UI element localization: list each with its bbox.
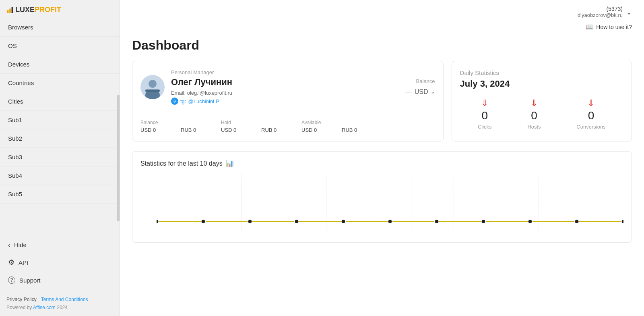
balance-rub-value: RUB 0 bbox=[181, 127, 213, 133]
chart-section: Statistics for the last 10 days 📊 bbox=[132, 151, 632, 243]
avatar-svg bbox=[140, 75, 165, 99]
hold-item-rub: - RUB 0 bbox=[261, 120, 293, 133]
chart-svg bbox=[157, 174, 623, 230]
cards-row: Personal Manager Олег Лучинин Email: ole… bbox=[132, 61, 632, 141]
stat-clicks: ⇓ 0 Clicks bbox=[478, 99, 492, 130]
sidebar-item-sub3[interactable]: Sub3 bbox=[0, 148, 120, 166]
conversions-arrow-icon: ⇓ bbox=[587, 99, 594, 108]
powered-by: Powered by Affise.com 2024 bbox=[6, 305, 113, 310]
hide-button[interactable]: ‹ Hide bbox=[6, 237, 113, 253]
svg-point-8 bbox=[157, 219, 159, 224]
sidebar-nav: Browsers OS Devices Countries Cities Sub… bbox=[0, 18, 120, 233]
balance-currency[interactable]: — USD ⌄ bbox=[383, 87, 435, 96]
hosts-value: 0 bbox=[531, 109, 537, 122]
support-label: Support bbox=[19, 277, 41, 284]
available-rub-value: RUB 0 bbox=[342, 127, 374, 133]
chevron-left-icon: ‹ bbox=[8, 241, 10, 248]
balance-item-rub: - RUB 0 bbox=[181, 120, 213, 133]
terms-link[interactable]: Terms And Conditions bbox=[41, 297, 88, 302]
svg-point-12 bbox=[341, 219, 346, 224]
sidebar-item-devices[interactable]: Devices bbox=[0, 55, 120, 74]
chart-title: Statistics for the last 10 days 📊 bbox=[140, 160, 623, 167]
sidebar-item-cities[interactable]: Cities bbox=[0, 92, 120, 111]
question-icon: ? bbox=[8, 276, 15, 284]
user-id: (5373) bbox=[578, 6, 623, 12]
svg-point-14 bbox=[435, 219, 439, 224]
chevron-down-icon: ⌄ bbox=[626, 8, 632, 17]
daily-stats-card: Daily Statistics July 3, 2024 ⇓ 0 Clicks… bbox=[452, 61, 632, 141]
manager-info: Personal Manager Олег Лучинин Email: ole… bbox=[171, 69, 376, 105]
svg-point-17 bbox=[575, 219, 579, 224]
sidebar-bottom: ‹ Hide ⚙ API ? Support bbox=[0, 233, 120, 293]
user-menu[interactable]: (5373) dlyaobzorov@bk.ru ⌄ bbox=[578, 6, 632, 18]
hide-label: Hide bbox=[14, 241, 27, 248]
svg-point-11 bbox=[295, 219, 299, 224]
sidebar: LUXE PROFIT Browsers OS Devices Countrie… bbox=[0, 0, 120, 316]
sidebar-item-sub5[interactable]: Sub5 bbox=[0, 185, 120, 204]
svg-point-10 bbox=[248, 219, 252, 224]
how-to-use-label: How to use it? bbox=[596, 24, 632, 30]
available-usd-value: USD 0 bbox=[301, 127, 334, 133]
svg-point-15 bbox=[481, 219, 486, 224]
book-icon: 📖 bbox=[586, 23, 594, 31]
sidebar-item-sub1[interactable]: Sub1 bbox=[0, 111, 120, 129]
sidebar-item-countries[interactable]: Countries bbox=[0, 74, 120, 92]
sidebar-item-sub2[interactable]: Sub2 bbox=[0, 129, 120, 148]
main-content: (5373) dlyaobzorov@bk.ru ⌄ 📖 How to use … bbox=[120, 0, 644, 316]
support-item[interactable]: ? Support bbox=[6, 272, 113, 289]
affise-link[interactable]: Affise.com bbox=[33, 305, 56, 310]
logo-icon bbox=[6, 6, 14, 14]
available-item-rub: - RUB 0 bbox=[342, 120, 374, 133]
manager-header: Personal Manager Олег Лучинин Email: ole… bbox=[140, 69, 435, 105]
svg-rect-1 bbox=[9, 8, 11, 13]
conversions-label: Conversions bbox=[576, 124, 605, 130]
balance-usd-value: USD 0 bbox=[140, 127, 173, 133]
sidebar-item-os[interactable]: OS bbox=[0, 37, 120, 55]
tg-handle: @LuchininLP bbox=[188, 98, 219, 104]
logo-profit-text: PROFIT bbox=[35, 6, 61, 14]
user-info: (5373) dlyaobzorov@bk.ru bbox=[578, 6, 623, 18]
page-title-area: Dashboard bbox=[120, 34, 644, 61]
manager-name: Олег Лучинин bbox=[171, 77, 376, 87]
how-to-use-link[interactable]: 📖 How to use it? bbox=[586, 20, 632, 34]
daily-stats-title: Daily Statistics bbox=[460, 69, 623, 76]
svg-point-9 bbox=[201, 219, 206, 224]
clicks-label: Clicks bbox=[478, 124, 492, 130]
manager-tg[interactable]: ✈ tg:@LuchininLP bbox=[171, 98, 376, 105]
page-title: Dashboard bbox=[132, 38, 632, 53]
clicks-arrow-icon: ⇓ bbox=[481, 99, 488, 108]
privacy-link[interactable]: Privacy Policy bbox=[6, 297, 37, 302]
manager-balances: Balance USD 0 - RUB 0 Hold USD 0 - RUB 0 bbox=[140, 113, 435, 133]
balance-section: Balance — USD ⌄ bbox=[383, 78, 435, 96]
tg-prefix: tg: bbox=[180, 98, 186, 104]
chart-icon: 📊 bbox=[226, 160, 234, 167]
conversions-value: 0 bbox=[588, 109, 594, 122]
scrollbar-track[interactable] bbox=[117, 0, 120, 316]
stat-conversions: ⇓ 0 Conversions bbox=[576, 99, 605, 130]
svg-point-13 bbox=[388, 219, 392, 224]
api-item[interactable]: ⚙ API bbox=[6, 253, 113, 272]
user-email: dlyaobzorov@bk.ru bbox=[578, 12, 623, 18]
hosts-label: Hosts bbox=[527, 124, 541, 130]
balance-label: Balance bbox=[383, 78, 435, 84]
telegram-icon: ✈ bbox=[171, 98, 178, 105]
topbar-right: (5373) dlyaobzorov@bk.ru ⌄ 📖 How to use … bbox=[578, 6, 632, 34]
svg-rect-0 bbox=[7, 10, 9, 13]
sidebar-item-sub4[interactable]: Sub4 bbox=[0, 166, 120, 185]
svg-point-16 bbox=[528, 219, 533, 224]
hold-usd-value: USD 0 bbox=[221, 127, 253, 133]
svg-point-4 bbox=[149, 80, 157, 88]
clicks-value: 0 bbox=[482, 109, 488, 122]
currency-usd: USD bbox=[415, 88, 428, 96]
content-area: Personal Manager Олег Лучинин Email: ole… bbox=[120, 61, 644, 255]
balance-item-usd: Balance USD 0 bbox=[140, 120, 173, 133]
sidebar-item-browsers[interactable]: Browsers bbox=[0, 18, 120, 37]
manager-email-value[interactable]: oleg.l@luxeprofit.ru bbox=[187, 90, 232, 96]
svg-point-18 bbox=[621, 219, 623, 224]
gear-icon: ⚙ bbox=[8, 258, 14, 267]
scrollbar-thumb[interactable] bbox=[117, 95, 120, 221]
manager-avatar bbox=[140, 75, 165, 99]
chart-title-text: Statistics for the last 10 days bbox=[140, 160, 223, 167]
topbar: (5373) dlyaobzorov@bk.ru ⌄ 📖 How to use … bbox=[120, 0, 644, 34]
svg-rect-6 bbox=[145, 89, 160, 92]
